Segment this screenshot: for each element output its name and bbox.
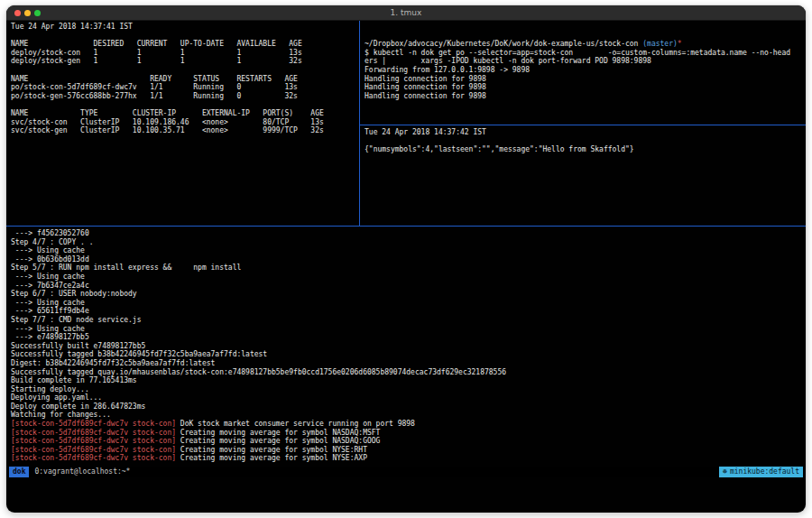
terminal-line: po/stock-con-5d7df689cf-dwc7v 1/1 Runnin… bbox=[11, 83, 359, 92]
terminal-line: Successfully tagged b38b42246945fd7f32c5… bbox=[11, 350, 806, 359]
terminal-line: svc/stock-gen ClusterIP 10.100.35.71 <no… bbox=[11, 126, 359, 135]
terminal-line: Successfully built e74898127bb5 bbox=[11, 342, 806, 351]
terminal-line: $ kubectl -n dok get po --selector=app=s… bbox=[364, 49, 806, 58]
terminal-line: Successfully tagged quay.io/mhausenblas/… bbox=[11, 368, 806, 377]
traffic-lights bbox=[14, 10, 41, 16]
terminal-line: [stock-con-5d7df689cf-dwc7v stock-con] C… bbox=[11, 429, 806, 438]
titlebar: 1. tmux bbox=[6, 5, 806, 21]
terminal-line: ---> e74898127bb5 bbox=[11, 333, 806, 342]
terminal-line bbox=[364, 23, 806, 32]
terminal-line: Starting deploy... bbox=[11, 385, 806, 394]
close-button[interactable] bbox=[14, 10, 21, 16]
window-title: 1. tmux bbox=[391, 5, 422, 21]
terminal-line: Deploy complete in 286.647823ms bbox=[11, 402, 806, 412]
terminal-line: Handling connection for 9898 bbox=[364, 75, 806, 84]
terminal-line: NAME READY STATUS RESTARTS AGE bbox=[11, 75, 359, 84]
terminal-line: Step 5/7 : RUN npm install express && np… bbox=[11, 264, 806, 273]
terminal-line: ---> Using cache bbox=[11, 299, 806, 308]
terminal-line bbox=[11, 100, 359, 109]
window-label[interactable]: 0:vagrant@localhost:~* bbox=[34, 467, 130, 477]
pane-curl-output[interactable]: Tue 24 Apr 2018 14:37:42 IST{"numsymbols… bbox=[360, 125, 806, 226]
terminal-line bbox=[364, 32, 806, 41]
kube-context-label: minikube:default bbox=[730, 467, 799, 477]
terminal-line: Handling connection for 9898 bbox=[364, 92, 806, 101]
terminal-line: Watching for changes... bbox=[11, 411, 806, 420]
terminal-line: po/stock-gen-576cc688bb-277hx 1/1 Runnin… bbox=[11, 92, 359, 101]
terminal-line: [stock-con-5d7df689cf-dwc7v stock-con] D… bbox=[11, 420, 806, 429]
terminal-line: ---> Using cache bbox=[11, 325, 806, 334]
terminal-line bbox=[11, 66, 359, 75]
terminal-line: [stock-con-5d7df689cf-dwc7v stock-con] C… bbox=[11, 454, 806, 463]
terminal-line: ---> Using cache bbox=[11, 273, 806, 282]
terminal-line: Step 6/7 : USER nobody:nobody bbox=[11, 290, 806, 299]
terminal-line: deploy/stock-con 1 1 1 1 13s bbox=[11, 49, 359, 58]
terminal-line: Deploying app.yaml... bbox=[11, 393, 806, 402]
terminal-line: NAME DESIRED CURRENT UP-TO-DATE AVAILABL… bbox=[11, 40, 359, 49]
zoom-button[interactable] bbox=[34, 10, 41, 16]
terminal-line: Step 4/7 : COPY . . bbox=[11, 238, 806, 247]
terminal-line: svc/stock-con ClusterIP 10.109.186.46 <n… bbox=[11, 118, 359, 127]
terminal-line: Tue 24 Apr 2018 14:37:41 IST bbox=[11, 23, 359, 32]
pane-skaffold-log[interactable]: ---> f45623052760Step 4/7 : COPY . . ---… bbox=[6, 227, 806, 463]
terminal-line: ---> Using cache bbox=[11, 246, 806, 255]
terminal-line: ~/Dropbox/advocacy/Kubernetes/DoK/work/d… bbox=[364, 40, 806, 49]
minimize-button[interactable] bbox=[24, 10, 31, 16]
terminal-line: [stock-con-5d7df689cf-dwc7v stock-con] C… bbox=[11, 446, 806, 455]
terminal-line: deploy/stock-gen 1 1 1 1 32s bbox=[11, 57, 359, 66]
terminal-line bbox=[11, 32, 359, 41]
terminal-line: Digest: b38b42246945fd7f32c5ba9aea7af7fd… bbox=[11, 359, 806, 368]
terminal-line: Forwarding from 127.0.0.1:9898 -> 9898 bbox=[364, 66, 806, 75]
tmux-terminal: Tue 24 Apr 2018 14:37:41 ISTNAME DESIRED… bbox=[6, 21, 806, 513]
terminal-line: Tue 24 Apr 2018 14:37:42 IST bbox=[364, 128, 806, 137]
terminal-line: ---> 65611ff9db4e bbox=[11, 307, 806, 316]
terminal-line: Step 7/7 : CMD node service.js bbox=[11, 316, 806, 325]
terminal-line: Handling connection for 9898 bbox=[364, 83, 806, 92]
terminal-line: ---> f45623052760 bbox=[11, 229, 806, 238]
kubernetes-icon: ☸ bbox=[723, 467, 727, 477]
terminal-line: ---> 7b6347ce2a4c bbox=[11, 282, 806, 291]
session-badge[interactable]: dok bbox=[9, 467, 29, 477]
terminal-line bbox=[364, 137, 806, 146]
terminal-line: NAME TYPE CLUSTER-IP EXTERNAL-IP PORT(S)… bbox=[11, 109, 359, 118]
terminal-line: ers | xargs -IPOD kubectl -n dok port-fo… bbox=[364, 57, 806, 66]
tmux-status-bar: dok 0:vagrant@localhost:~* ☸ minikube:de… bbox=[6, 467, 806, 477]
pane-port-forward[interactable]: ~/Dropbox/advocacy/Kubernetes/DoK/work/d… bbox=[360, 21, 806, 125]
terminal-line: Build complete in 77.165413ms bbox=[11, 376, 806, 385]
terminal-line: ---> 0b636bd013dd bbox=[11, 255, 806, 264]
kube-context-badge: ☸ minikube:default bbox=[719, 467, 803, 477]
terminal-line: [stock-con-5d7df689cf-dwc7v stock-con] C… bbox=[11, 437, 806, 446]
terminal-window: 1. tmux Tue 24 Apr 2018 14:37:41 ISTNAME… bbox=[6, 5, 806, 513]
terminal-line: {"numsymbols":4,"lastseen":"","message":… bbox=[364, 145, 806, 154]
pane-kubectl-watch[interactable]: Tue 24 Apr 2018 14:37:41 ISTNAME DESIRED… bbox=[6, 21, 359, 226]
